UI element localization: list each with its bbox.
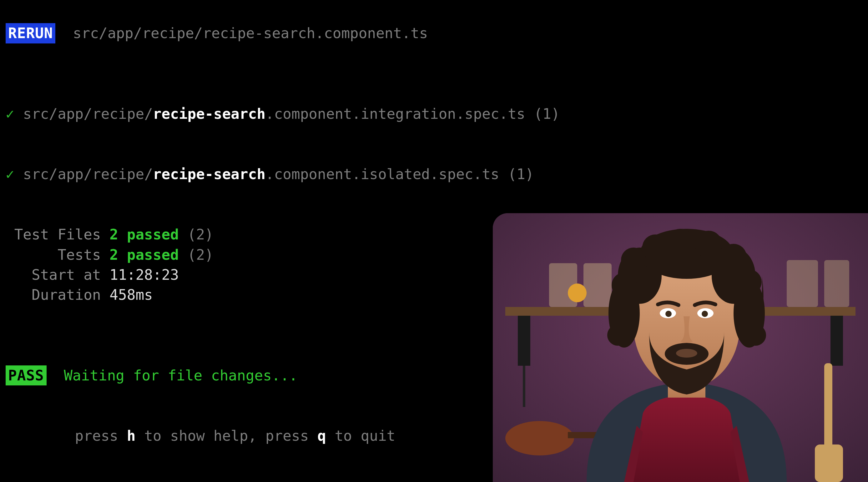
stat-passed: 2 passed [110,246,179,263]
stat-label: Tests [6,245,101,265]
key-h: h [127,427,136,444]
spec-count: (1) [534,105,560,122]
spec-count: (1) [508,166,534,183]
spec-highlight: recipe-search [153,105,266,122]
spec-file-line: ✓ src/app/recipe/recipe-search.component… [0,84,868,144]
spec-highlight: recipe-search [153,166,266,183]
presenter-webcam [493,213,868,482]
svg-rect-3 [831,316,843,366]
hint-text: to quit [326,427,396,444]
svg-point-33 [612,272,637,297]
rerun-path: src/app/recipe/recipe-search.component.t… [73,25,428,41]
svg-rect-6 [787,260,818,307]
svg-point-17 [676,349,697,358]
stat-value: 458ms [101,285,153,305]
svg-point-35 [607,324,628,346]
svg-rect-7 [824,260,849,307]
svg-rect-13 [815,445,843,482]
hint-text: to show help, press [135,427,317,444]
svg-point-21 [702,311,708,317]
svg-rect-12 [824,363,832,451]
svg-point-10 [505,421,574,455]
stat-total: (2) [188,226,214,243]
svg-point-27 [621,248,646,272]
stat-label: Start at [6,265,101,285]
stat-value: 11:28:23 [101,265,179,285]
stat-total: (2) [188,246,214,263]
svg-point-8 [568,284,587,302]
check-icon: ✓ [6,105,14,122]
waiting-message: Waiting for file changes... [64,367,298,384]
hint-text: press [75,427,127,444]
stat-passed: 2 passed [110,226,179,243]
stat-label: Test Files [6,224,101,245]
check-icon: ✓ [6,166,14,183]
svg-rect-5 [584,263,612,307]
svg-point-31 [720,244,747,270]
spec-suffix: .component.isolated.spec.ts [266,166,508,183]
svg-point-30 [695,231,722,258]
spec-file-line: ✓ src/app/recipe/recipe-search.component… [0,144,868,204]
svg-point-32 [737,269,762,294]
spec-prefix: src/app/recipe/ [23,105,153,122]
rerun-line: RERUN src/app/recipe/recipe-search.compo… [0,3,868,63]
svg-point-28 [642,234,669,261]
key-q: q [317,427,326,444]
rerun-badge: RERUN [6,23,55,43]
svg-point-34 [745,324,766,346]
svg-point-19 [665,311,672,317]
spec-prefix: src/app/recipe/ [23,166,153,183]
stat-label: Duration [6,285,101,305]
spec-suffix: .component.integration.spec.ts [266,105,534,122]
svg-rect-2 [518,316,530,366]
pass-badge: PASS [6,365,46,385]
svg-point-29 [666,229,694,257]
